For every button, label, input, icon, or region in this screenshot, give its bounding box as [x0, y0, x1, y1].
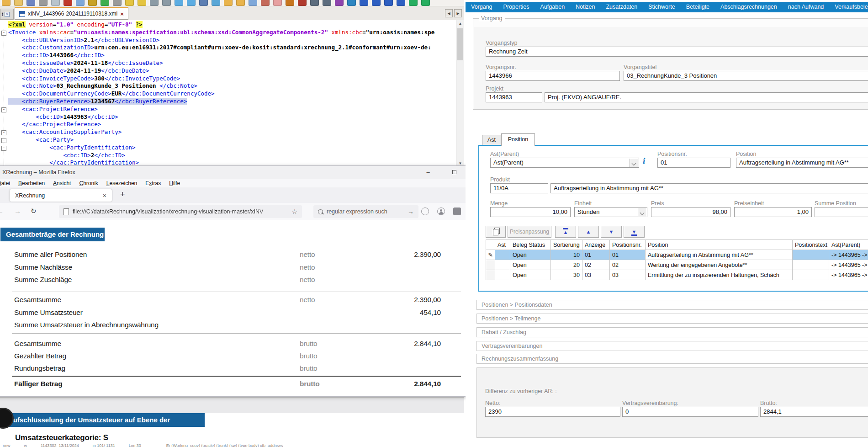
npp-tab-partial[interactable]: t ×	[0, 9, 14, 20]
menu-item-datei[interactable]: Datei	[0, 180, 14, 186]
move-down-button[interactable]: ▼	[601, 226, 622, 238]
reload-icon[interactable]: ↻	[31, 207, 37, 215]
open-folder-icon[interactable]	[14, 0, 23, 6]
preiseinheit-field[interactable]: 1,00	[734, 207, 812, 217]
row-header[interactable]	[486, 270, 495, 280]
print-icon[interactable]	[51, 0, 60, 6]
url-text[interactable]: file:///C:/data/xRechnung/Visualization/…	[73, 208, 288, 215]
move-bottom-button[interactable]: ▼	[624, 226, 645, 238]
zoom-out-icon[interactable]	[162, 0, 171, 6]
menu-item-ansicht[interactable]: Ansicht	[49, 180, 75, 186]
save-all-icon[interactable]	[39, 0, 48, 6]
grid-cell[interactable]	[495, 260, 510, 270]
doc-list-icon[interactable]	[261, 0, 270, 6]
bookmark-star-icon[interactable]: ☆	[291, 208, 297, 215]
table-row[interactable]: Open200202Wertung der eingegebenen Angeb…	[486, 260, 868, 270]
save-macro-icon[interactable]	[335, 0, 344, 6]
account-icon[interactable]	[437, 208, 445, 215]
paste-icon[interactable]	[88, 0, 97, 6]
preisanpassung-button[interactable]: Preisanpassung	[508, 226, 551, 238]
grid-cell[interactable]: Open	[510, 260, 551, 270]
search-box[interactable]: regular expression such →	[313, 205, 418, 218]
chevron-down-icon[interactable]	[630, 159, 638, 167]
produkt-name-field[interactable]: Auftragserteilung in Abstimmung mit AG**	[550, 183, 868, 193]
vorgangsnr-field[interactable]: 1443966	[486, 71, 620, 81]
grid-cell[interactable]: Wertung der eingegebenen Angebote**	[646, 260, 793, 270]
word-wrap-icon[interactable]	[199, 0, 208, 6]
grid-header-cell[interactable]: Sortierung	[551, 240, 582, 250]
sync-scroll-vertical-icon[interactable]	[175, 0, 183, 6]
grid-header-cell[interactable]: Ast	[495, 240, 510, 250]
menu-item-hilfe[interactable]: Hilfe	[165, 180, 184, 186]
table-row[interactable]: Open300303Ermittlung der zu inspizierend…	[486, 270, 868, 280]
grid-cell[interactable]: -> 1443965 -> 01 Auftragserteilung	[829, 250, 868, 260]
tab-nach-aufwand[interactable]: nach Aufwand	[783, 2, 830, 12]
grid-cell[interactable]: 01	[610, 250, 646, 260]
tab-notizen[interactable]: Notizen	[570, 2, 600, 12]
sync-scroll-horizontal-icon[interactable]	[187, 0, 196, 6]
fold-marker-icon[interactable]: -	[1, 130, 6, 135]
menu-item-chronik[interactable]: Chronik	[75, 180, 102, 186]
grid-cell[interactable]: 02	[582, 260, 610, 270]
minimize-button[interactable]: –	[420, 167, 436, 177]
doc-map-icon[interactable]	[249, 0, 257, 6]
brutto-field[interactable]: 2844,1	[760, 407, 868, 417]
tab-properties[interactable]: Properties	[498, 2, 535, 12]
replace-icon[interactable]	[138, 0, 146, 6]
grid-cell[interactable]: 20	[551, 260, 582, 270]
tab-aufgaben[interactable]: Aufgaben	[535, 2, 571, 12]
tab-scroll-left-icon[interactable]: ◀	[445, 9, 453, 17]
tab-vorgang[interactable]: Vorgang	[466, 2, 498, 12]
tab-verkaufsbeleg[interactable]: Verkaufsbeleg	[829, 2, 868, 12]
tab-ast[interactable]: Ast	[482, 135, 501, 145]
grid-cell[interactable]: 02	[610, 260, 646, 270]
grid-cell[interactable]: 30	[551, 270, 582, 280]
grid-cell[interactable]	[793, 270, 829, 280]
check-icon[interactable]	[421, 0, 430, 6]
menge-field[interactable]: 10,00	[490, 207, 571, 217]
browser-tab[interactable]: XRechnung ×	[10, 189, 112, 202]
scroll-up-icon[interactable]: ▲	[456, 20, 464, 27]
grid-cell[interactable]: 03	[610, 270, 646, 280]
undo-icon[interactable]	[101, 0, 109, 6]
projekt-nr-field[interactable]: 1443963	[486, 92, 542, 102]
folder-as-workspace-icon[interactable]	[273, 0, 282, 6]
chevron-down-icon[interactable]	[638, 208, 646, 216]
fold-marker-icon[interactable]: -	[1, 146, 6, 151]
stop-macro-icon[interactable]	[310, 0, 319, 6]
grid-header-cell[interactable]: Positionstext	[793, 240, 829, 250]
section-header-rabatt-zuschlag[interactable]: Rabatt / Zuschlag	[476, 327, 868, 337]
grid-cell[interactable]	[495, 270, 510, 280]
ast-parent-dropdown[interactable]: Ast(Parent)	[490, 158, 639, 168]
close-icon[interactable]: ×	[120, 11, 124, 17]
npp-tab-active[interactable]: xINV_1443966-20241119110318.xml ×	[15, 7, 128, 20]
fold-marker-icon[interactable]: -	[1, 107, 6, 112]
grid-cell[interactable]: Open	[510, 270, 551, 280]
vorgangstyp-field[interactable]: Rechnung Zeit	[486, 47, 868, 57]
tab-abschlagsrechnungen[interactable]: Abschlagsrechnungen	[715, 2, 783, 12]
projekt-name-field[interactable]: Proj. (EKVO) ANG/AUF/RE.	[545, 92, 868, 102]
xml-editor[interactable]: <?xml version="1.0" encoding="UTF-8" ?><…	[0, 20, 456, 167]
move-down-icon[interactable]	[397, 0, 405, 6]
tab-scroll-right-icon[interactable]: ▶	[454, 9, 462, 17]
grid-header-cell[interactable]: Position	[646, 240, 793, 250]
find-icon[interactable]	[125, 0, 134, 6]
grid-cell[interactable]: 01	[582, 250, 610, 260]
grid-cell[interactable]: 03	[582, 270, 610, 280]
scrollbar[interactable]: ▲ ▼	[456, 20, 464, 167]
grid-header-cell[interactable]: Positionsnr.	[610, 240, 646, 250]
fold-marker-icon[interactable]: -	[1, 31, 6, 36]
extensions-icon[interactable]	[453, 208, 461, 215]
search-text[interactable]: regular expression such	[327, 208, 387, 215]
row-header[interactable]	[486, 260, 495, 270]
vorgangstitel-field[interactable]: 03_RechnungKunde_3 Positionen	[624, 71, 868, 81]
menu-item-bearbeiten[interactable]: Bearbeiten	[14, 180, 49, 186]
grid-header-cell[interactable]: Ast(Parent)	[829, 240, 868, 250]
new-tab-button[interactable]: +	[120, 190, 125, 199]
section-header-positionen-teilmenge[interactable]: Positionen > Teilmenge	[476, 314, 868, 324]
tab-zusatzdaten[interactable]: Zusatzdaten	[600, 2, 643, 12]
positions-grid[interactable]: AstBeleg StatusSortierungAnzeigePosition…	[486, 239, 868, 280]
move-top-button[interactable]: ▲	[555, 226, 576, 238]
copy-icon[interactable]	[76, 0, 85, 6]
move-up-button[interactable]: ▲	[578, 226, 599, 238]
